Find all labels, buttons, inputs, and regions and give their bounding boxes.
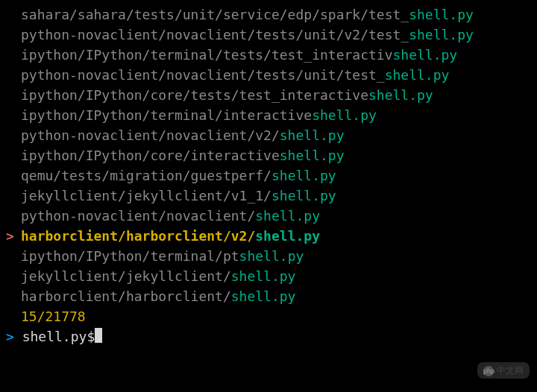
watermark-text: 中文网	[497, 365, 524, 376]
result-prefix: ipython/IPython/core/interactive	[21, 148, 280, 163]
result-prefix: ipython/IPython/terminal/tests/test_inte…	[21, 47, 393, 63]
result-line[interactable]: ipython/IPython/terminal/ptshell.py	[0, 246, 537, 266]
result-prefix: ipython/IPython/core/tests/test_interact…	[21, 87, 368, 103]
result-line[interactable]: python-novaclient/novaclient/v2/shell.py	[0, 125, 537, 145]
result-prefix: python-novaclient/novaclient/v2/	[21, 127, 280, 143]
result-line[interactable]: harborclient/harborclient/shell.py	[0, 286, 537, 306]
result-line[interactable]: harborclient/harborclient/v2/shell.py	[0, 226, 537, 246]
result-line[interactable]: ipython/IPython/terminal/interactiveshel…	[0, 105, 537, 125]
result-match: shell.py	[280, 148, 345, 163]
watermark-badge: php中文网	[477, 362, 530, 379]
result-line[interactable]: jekyllclient/jekyllclient/v1_1/shell.py	[0, 186, 537, 206]
result-match: shell.py	[393, 47, 458, 63]
result-match: shell.py	[409, 7, 474, 22]
result-line[interactable]: jekyllclient/jekyllclient/shell.py	[0, 266, 537, 286]
search-prompt[interactable]: > shell.py$	[0, 326, 537, 347]
result-prefix: jekyllclient/jekyllclient/v1_1/	[21, 188, 271, 203]
result-prefix: sahara/sahara/tests/unit/service/edp/spa…	[21, 7, 409, 22]
result-line[interactable]: ipython/IPython/core/tests/test_interact…	[0, 85, 537, 105]
result-match: shell.py	[255, 228, 320, 244]
result-counter: 15/21778	[0, 306, 537, 326]
php-icon: php	[483, 366, 494, 376]
result-line[interactable]: ipython/IPython/terminal/tests/test_inte…	[0, 45, 537, 65]
result-match: shell.py	[312, 107, 377, 123]
result-match: shell.py	[271, 168, 336, 183]
result-match: shell.py	[280, 127, 345, 143]
result-line[interactable]: python-novaclient/novaclient/tests/unit/…	[0, 65, 537, 85]
result-line[interactable]: python-novaclient/novaclient/shell.py	[0, 206, 537, 226]
result-prefix: python-novaclient/novaclient/tests/unit/…	[21, 27, 409, 42]
result-prefix: ipython/IPython/terminal/interactive	[21, 107, 312, 123]
fzf-results-list: sahara/sahara/tests/unit/service/edp/spa…	[0, 4, 537, 306]
result-line[interactable]: qemu/tests/migration/guestperf/shell.py	[0, 165, 537, 186]
result-prefix: jekyllclient/jekyllclient/	[21, 268, 231, 284]
result-prefix: python-novaclient/novaclient/	[21, 208, 255, 224]
result-prefix: harborclient/harborclient/	[21, 288, 231, 304]
result-match: shell.py	[409, 27, 474, 42]
result-match: shell.py	[368, 87, 433, 103]
prompt-caret-icon: >	[6, 329, 14, 344]
result-prefix: qemu/tests/migration/guestperf/	[21, 168, 271, 183]
result-match: shell.py	[385, 67, 450, 83]
result-match: shell.py	[231, 288, 296, 304]
result-line[interactable]: python-novaclient/novaclient/tests/unit/…	[0, 25, 537, 45]
result-prefix: python-novaclient/novaclient/tests/unit/…	[21, 67, 385, 83]
result-match: shell.py	[255, 208, 320, 224]
result-prefix: ipython/IPython/terminal/pt	[21, 248, 239, 264]
result-match: shell.py	[271, 188, 336, 203]
result-match: shell.py	[239, 248, 304, 264]
search-query: shell.py$	[22, 329, 95, 344]
result-match: shell.py	[231, 268, 296, 284]
result-line[interactable]: ipython/IPython/core/interactiveshell.py	[0, 145, 537, 165]
result-line[interactable]: sahara/sahara/tests/unit/service/edp/spa…	[0, 4, 537, 25]
result-prefix: harborclient/harborclient/v2/	[21, 228, 255, 244]
cursor-icon	[95, 328, 102, 343]
